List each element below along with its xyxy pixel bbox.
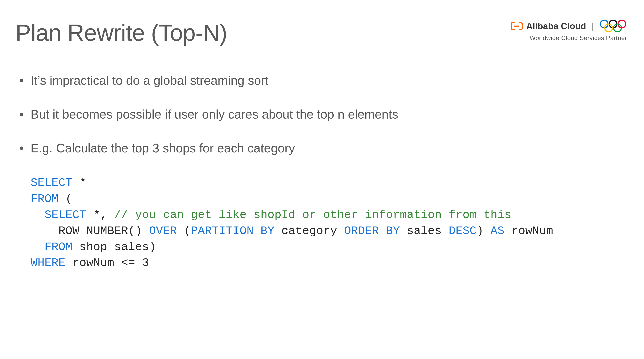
bullet-item: It’s impractical to do a global streamin…	[16, 73, 628, 88]
code-keyword: FROM	[44, 240, 72, 254]
code-text: )	[476, 224, 490, 238]
code-keyword: SELECT	[30, 176, 72, 189]
code-keyword: ORDER BY	[344, 224, 400, 238]
code-text	[30, 240, 44, 254]
code-text: (	[177, 224, 191, 238]
code-keyword: SELECT	[44, 208, 86, 222]
brand-main: Alibaba Cloud	[511, 21, 586, 31]
code-keyword: AS	[490, 224, 504, 238]
olympic-rings-icon	[599, 19, 627, 33]
code-text: ROW_NUMBER()	[30, 224, 149, 238]
brand-tagline: Worldwide Cloud Services Partner	[530, 34, 627, 41]
brand-name: Alibaba Cloud	[526, 21, 586, 31]
bullet-item: E.g. Calculate the top 3 shops for each …	[16, 141, 628, 156]
alibaba-bracket-icon	[511, 22, 523, 30]
bullet-list: It’s impractical to do a global streamin…	[16, 73, 628, 155]
code-text: shop_sales)	[72, 240, 156, 254]
code-keyword: WHERE	[30, 256, 66, 270]
code-keyword: PARTITION BY	[191, 224, 274, 238]
code-text: category	[274, 224, 344, 238]
code-comment: // you can get like shopId or other info…	[114, 208, 511, 222]
code-text: *,	[86, 208, 114, 222]
slide: Alibaba Cloud | Worldwide Cloud Services…	[0, 0, 644, 359]
code-keyword: FROM	[30, 192, 58, 205]
sql-code-block: SELECT * FROM ( SELECT *, // you can get…	[30, 175, 628, 271]
bullet-item: But it becomes possible if user only car…	[16, 107, 628, 122]
brand-logo: Alibaba Cloud |	[511, 19, 627, 33]
code-text	[30, 208, 44, 222]
code-keyword: OVER	[149, 224, 177, 238]
code-text: rowNum <= 3	[66, 256, 149, 270]
code-text: rowNum	[504, 224, 553, 238]
code-text: (	[58, 192, 72, 205]
brand-separator: |	[592, 21, 594, 31]
code-text: *	[72, 176, 86, 189]
code-text: sales	[400, 224, 448, 238]
code-keyword: DESC	[448, 224, 476, 238]
